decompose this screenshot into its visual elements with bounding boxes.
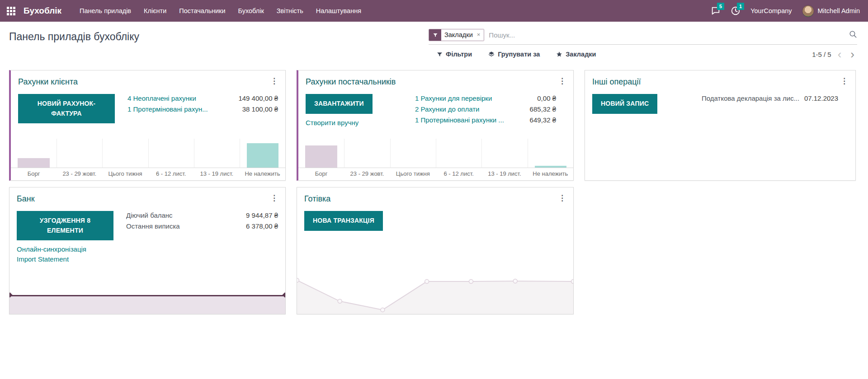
- new-invoice-button[interactable]: НОВИЙ РАХУНОК-ФАКТУРА: [18, 94, 115, 123]
- online-sync-link[interactable]: Онлайн-синхронізація: [17, 245, 113, 253]
- create-manually-link[interactable]: Створити вручну: [306, 119, 402, 126]
- import-statement-link[interactable]: Import Statement: [17, 255, 113, 263]
- kpi-value: 149 400,00 ₴: [238, 94, 278, 102]
- filters-button[interactable]: Фільтри: [437, 51, 472, 58]
- bar-column[interactable]: 13 - 19 лист.: [481, 139, 527, 180]
- top-navbar: Бухоблік Панель приладів Клієнти Постача…: [0, 0, 868, 22]
- reconcile-button[interactable]: УЗГОДЖЕННЯ 8 ЕЛЕМЕНТИ: [17, 211, 113, 240]
- card-title[interactable]: Інші операції: [585, 70, 855, 87]
- new-transaction-button[interactable]: НОВА ТРАНЗАКЦІЯ: [304, 211, 383, 231]
- entry-label[interactable]: Податкова декларація за лис...: [702, 94, 799, 102]
- kebab-menu-icon[interactable]: ⋮: [268, 193, 280, 203]
- invoices-bar-chart[interactable]: Борг23 - 29 жовт.Цього тижня6 - 12 лист.…: [11, 139, 285, 180]
- company-switcher[interactable]: YourCompany: [750, 7, 792, 14]
- control-panel: Панель приладів бухобліку Закладки ×: [0, 22, 868, 66]
- funnel-icon: [437, 51, 443, 57]
- bar-label: Цього тижня: [102, 168, 148, 180]
- app-brand[interactable]: Бухоблік: [24, 6, 61, 16]
- bar-column[interactable]: 23 - 29 жовт.: [344, 139, 390, 180]
- group-by-button[interactable]: Групувати за: [488, 51, 540, 58]
- bar-column[interactable]: Цього тижня: [102, 139, 148, 180]
- bar-column[interactable]: 23 - 29 жовт.: [57, 139, 102, 180]
- kpi-label: Остання виписка: [126, 222, 180, 230]
- kpi-value: 649,32 ₴: [530, 116, 556, 124]
- bar-column[interactable]: Цього тижня: [390, 139, 436, 180]
- bar-area: [436, 139, 481, 168]
- kpi-link[interactable]: 4 Неоплачені рахунки: [127, 94, 196, 102]
- bar-area: [481, 139, 527, 168]
- kpi-link[interactable]: 1 Протерміновані рахунки ...: [415, 116, 504, 124]
- kebab-menu-icon[interactable]: ⋮: [838, 76, 850, 86]
- dashboard-kanban: Рахунки клієнта ⋮ НОВИЙ РАХУНОК-ФАКТУРА …: [0, 66, 868, 314]
- bar-area: [194, 139, 240, 168]
- kebab-menu-icon[interactable]: ⋮: [556, 193, 568, 203]
- search-icon[interactable]: [849, 30, 857, 40]
- nav-item-accounting[interactable]: Бухоблік: [232, 0, 270, 22]
- entry-date: 07.12.2023: [804, 94, 838, 102]
- bar-column[interactable]: Борг: [11, 139, 57, 180]
- bar-area: [344, 139, 390, 168]
- apps-menu-button[interactable]: [0, 0, 22, 22]
- kpi-link[interactable]: 1 Рахунки для перевірки: [415, 94, 492, 102]
- kpi-row: 1 Рахунки для перевірки 0,00 ₴: [415, 94, 556, 102]
- bar-area: [148, 139, 194, 168]
- messages-badge: 5: [717, 3, 724, 10]
- pager-previous-icon[interactable]: ‹: [835, 50, 844, 58]
- search-facet-favorites: Закладки ×: [429, 29, 484, 41]
- messages-button[interactable]: 5: [711, 6, 721, 16]
- bar-label: Не належить: [240, 168, 285, 180]
- bar-area: [11, 139, 57, 168]
- bar-label: Борг: [298, 168, 344, 180]
- bar-area: [240, 139, 285, 168]
- search-facet-label: Закладки: [441, 29, 476, 41]
- filter-funnel-icon: [429, 29, 441, 41]
- bar-column[interactable]: Не належить: [240, 139, 285, 180]
- facet-remove-icon[interactable]: ×: [476, 29, 484, 41]
- card-title[interactable]: Банк: [9, 187, 285, 204]
- kpi-value: 685,32 ₴: [530, 105, 556, 113]
- kpi-value: 38 100,00 ₴: [242, 105, 278, 113]
- bar-column[interactable]: 13 - 19 лист.: [194, 139, 240, 180]
- nav-item-reporting[interactable]: Звітність: [270, 0, 310, 22]
- bar-area: [298, 139, 344, 168]
- card-title[interactable]: Рахунки клієнта: [11, 70, 285, 87]
- kpi-link[interactable]: 2 Рахунки до оплати: [415, 105, 480, 113]
- favorites-button[interactable]: Закладки: [556, 51, 596, 58]
- bar-column[interactable]: Борг: [298, 139, 344, 180]
- kebab-menu-icon[interactable]: ⋮: [268, 76, 280, 86]
- bills-bar-chart[interactable]: Борг23 - 29 жовт.Цього тижня6 - 12 лист.…: [298, 139, 573, 180]
- bar-column[interactable]: Не належить: [528, 139, 573, 180]
- upload-button[interactable]: ЗАВАНТАЖИТИ: [306, 94, 373, 114]
- nav-item-vendors[interactable]: Постачальники: [173, 0, 231, 22]
- pager-next-icon[interactable]: ›: [848, 50, 857, 58]
- nav-item-customers[interactable]: Клієнти: [137, 0, 173, 22]
- bar-area: [102, 139, 148, 168]
- pager-value: 1-5 / 5: [812, 51, 831, 58]
- bar-label: Цього тижня: [390, 168, 436, 180]
- bar-label: Не належить: [528, 168, 573, 180]
- card-customer-invoices: Рахунки клієнта ⋮ НОВИЙ РАХУНОК-ФАКТУРА …: [9, 70, 286, 181]
- activities-button[interactable]: 1: [731, 6, 741, 16]
- bar[interactable]: [247, 143, 278, 168]
- bar-column[interactable]: 6 - 12 лист.: [148, 139, 194, 180]
- kpi-row: Діючий баланс 9 944,87 ₴: [126, 211, 278, 219]
- kpi-value: 6 378,00 ₴: [246, 222, 278, 230]
- bar-column[interactable]: 6 - 12 лист.: [436, 139, 481, 180]
- card-title[interactable]: Рахунки постачальників: [298, 70, 573, 87]
- apps-grid-icon: [7, 7, 15, 15]
- bar[interactable]: [305, 145, 337, 168]
- bar-label: Борг: [11, 168, 57, 180]
- bar-label: 23 - 29 жовт.: [344, 168, 390, 180]
- search-input[interactable]: [484, 31, 849, 39]
- bar-area: [528, 139, 573, 168]
- nav-item-dashboard[interactable]: Панель приладів: [73, 0, 137, 22]
- card-title[interactable]: Готівка: [297, 187, 573, 204]
- bar[interactable]: [535, 166, 566, 168]
- new-entry-button[interactable]: НОВИЙ ЗАПИС: [592, 94, 657, 114]
- user-menu[interactable]: Mitchell Admin: [802, 5, 860, 17]
- nav-item-settings[interactable]: Налаштування: [310, 0, 368, 22]
- search-bar[interactable]: Закладки ×: [429, 29, 857, 45]
- kpi-link[interactable]: 1 Протерміновані рахун...: [127, 105, 208, 113]
- kebab-menu-icon[interactable]: ⋮: [556, 76, 568, 86]
- bar[interactable]: [18, 158, 50, 168]
